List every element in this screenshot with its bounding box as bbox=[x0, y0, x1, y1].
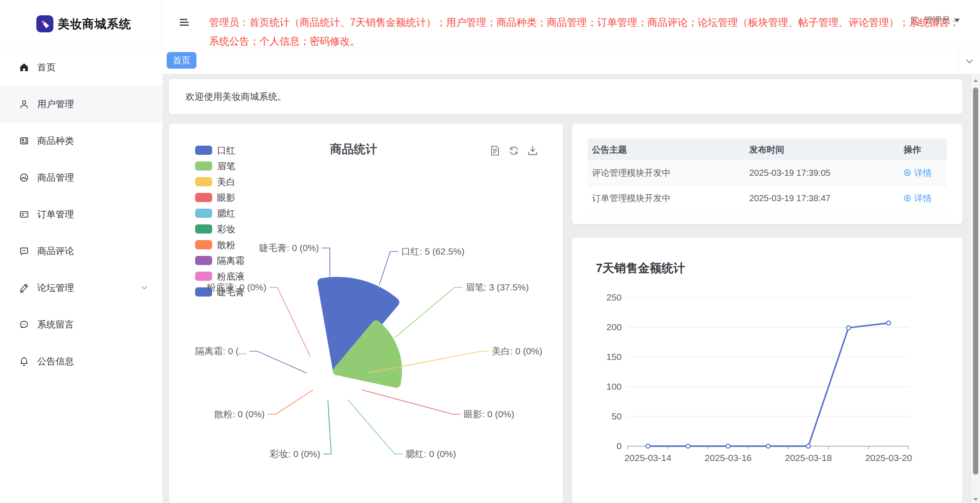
detail-link-label: 详情 bbox=[914, 192, 931, 204]
role-permissions-text: 管理员：首页统计（商品统计、7天销售金额统计）；用户管理；商品种类；商品管理；订… bbox=[209, 13, 968, 51]
scrollbar-down-arrow[interactable] bbox=[973, 497, 978, 502]
pie-label: 美白: 0 (0%) bbox=[492, 346, 542, 356]
pie-label: 眼影: 0 (0%) bbox=[464, 409, 514, 419]
pie-label: 散粉: 0 (0%) bbox=[214, 409, 265, 419]
y-axis-tick-label: 150 bbox=[606, 352, 622, 362]
pie-label: 彩妆: 0 (0%) bbox=[270, 449, 320, 459]
product-stats-card: 商品统计 口红眉 bbox=[169, 124, 563, 503]
y-axis-tick-label: 50 bbox=[612, 411, 622, 421]
data-point bbox=[726, 444, 730, 448]
data-point bbox=[887, 321, 891, 325]
x-axis-tick-label: 2025-03-18 bbox=[785, 453, 832, 463]
pie-label-line bbox=[323, 400, 331, 454]
top-header: 管理员：首页统计（商品统计、7天销售金额统计）；用户管理；商品种类；商品管理；订… bbox=[162, 0, 980, 48]
sidebar-item-4[interactable]: 订单管理 bbox=[0, 196, 162, 233]
pie-label: 隔离霜: 0 (... bbox=[195, 346, 246, 356]
sidebar-item-8[interactable]: 公告信息 bbox=[0, 343, 162, 380]
pie-label-line bbox=[395, 287, 462, 338]
announcement-title: 评论管理模块开发中 bbox=[588, 167, 749, 179]
picture-icon bbox=[19, 172, 29, 183]
scrollbar-up-arrow[interactable] bbox=[973, 78, 978, 83]
x-axis-tick-label: 2025-03-16 bbox=[705, 453, 752, 463]
chevron-down-icon bbox=[140, 284, 148, 292]
pie-label: 粉底液: 0 (0%) bbox=[206, 282, 266, 292]
sidebar-item-label: 商品评论 bbox=[37, 245, 74, 257]
sidebar-item-label: 论坛管理 bbox=[37, 282, 74, 294]
pie-label-line bbox=[379, 252, 398, 285]
logo-area: 美妆商城系统 bbox=[0, 0, 162, 48]
user-icon bbox=[19, 99, 29, 109]
y-axis-tick-label: 0 bbox=[616, 441, 622, 451]
view-eye-icon bbox=[903, 194, 911, 202]
chat-square-icon bbox=[19, 246, 29, 256]
sidebar-item-label: 系统留言 bbox=[37, 318, 74, 331]
scrollbar-thumb[interactable] bbox=[973, 87, 978, 475]
view-eye-icon bbox=[903, 169, 911, 177]
pie-label-line bbox=[361, 390, 461, 414]
bell-icon bbox=[19, 356, 29, 367]
sidebar-item-label: 商品种类 bbox=[37, 135, 74, 147]
detail-link[interactable]: 详情 bbox=[903, 167, 931, 179]
col-header-time: 发布时间 bbox=[749, 144, 903, 156]
announcement-table: 公告主题 发布时间 操作 评论管理模块开发中2025-03-19 17:39:0… bbox=[588, 139, 947, 211]
sidebar-item-6[interactable]: 论坛管理 bbox=[0, 269, 162, 306]
announcement-row-0: 评论管理模块开发中2025-03-19 17:39:05详情 bbox=[588, 161, 947, 186]
chat-round-icon bbox=[19, 319, 29, 330]
data-point bbox=[646, 444, 650, 448]
pie-label: 口红: 5 (62.5%) bbox=[401, 246, 465, 256]
sidebar-item-0[interactable]: 首页 bbox=[0, 49, 162, 86]
welcome-text: 欢迎使用美妆商城系统。 bbox=[186, 91, 287, 103]
detail-link[interactable]: 详情 bbox=[903, 192, 931, 204]
pie-label: 腮红: 0 (0%) bbox=[406, 449, 456, 459]
x-axis-tick-label: 2025-03-14 bbox=[624, 453, 672, 463]
rose-pie-chart[interactable]: 口红: 5 (62.5%)眉笔: 3 (37.5%)美白: 0 (0%)眼影: … bbox=[169, 124, 563, 503]
main-content: 欢迎使用美妆商城系统。 商品统计 bbox=[162, 74, 980, 503]
tab-overflow-button[interactable] bbox=[958, 48, 980, 74]
vertical-scrollbar[interactable] bbox=[971, 74, 980, 503]
tab-bar: 首页 bbox=[162, 48, 980, 74]
announcement-time: 2025-03-19 17:38:47 bbox=[749, 193, 903, 203]
pie-label: 睫毛膏: 0 (0%) bbox=[259, 243, 319, 253]
pie-label-line bbox=[268, 390, 313, 414]
pie-label-line bbox=[348, 400, 402, 454]
data-point bbox=[847, 326, 850, 330]
tab-home[interactable]: 首页 bbox=[167, 52, 196, 69]
col-header-subject: 公告主题 bbox=[588, 144, 749, 156]
sidebar-item-label: 公告信息 bbox=[37, 355, 74, 367]
sidebar-item-2[interactable]: 商品种类 bbox=[0, 122, 162, 159]
category-icon bbox=[19, 136, 29, 146]
announcement-row-1: 订单管理模块开发中2025-03-19 17:38:47详情 bbox=[588, 186, 947, 211]
menu-fold-icon[interactable] bbox=[178, 17, 190, 28]
sidebar-item-label: 首页 bbox=[37, 61, 56, 73]
sales-line-chart: 0501001502002502025-03-142025-03-162025-… bbox=[572, 238, 962, 503]
pie-label-line bbox=[270, 287, 310, 356]
app-title: 美妆商城系统 bbox=[58, 16, 131, 32]
sidebar-item-label: 订单管理 bbox=[37, 208, 74, 220]
sidebar-item-3[interactable]: 商品管理 bbox=[0, 159, 162, 196]
welcome-card: 欢迎使用美妆商城系统。 bbox=[169, 79, 962, 114]
detail-link-label: 详情 bbox=[914, 167, 931, 179]
announcement-title: 订单管理模块开发中 bbox=[588, 192, 749, 204]
announcement-time: 2025-03-19 17:39:05 bbox=[749, 168, 903, 178]
x-axis-tick-label: 2025-03-20 bbox=[865, 453, 912, 463]
sidebar-item-5[interactable]: 商品评论 bbox=[0, 233, 162, 269]
pie-label: 眉笔: 3 (37.5%) bbox=[466, 282, 529, 292]
lipstick-icon bbox=[36, 15, 53, 32]
chevron-down-icon bbox=[965, 56, 974, 66]
pie-label-line bbox=[249, 351, 307, 373]
data-point bbox=[806, 444, 810, 448]
order-card-icon bbox=[19, 209, 29, 220]
announcement-table-header: 公告主题 发布时间 操作 bbox=[588, 139, 947, 161]
y-axis-tick-label: 200 bbox=[606, 322, 622, 332]
y-axis-tick-label: 100 bbox=[606, 381, 622, 391]
edit-pen-icon bbox=[19, 283, 29, 293]
sidebar-item-7[interactable]: 系统留言 bbox=[0, 306, 162, 343]
app-window: 美妆商城系统 管理员：首页统计（商品统计、7天销售金额统计）；用户管理；商品种类… bbox=[0, 0, 980, 503]
data-point bbox=[766, 444, 770, 448]
announcement-card: 公告主题 发布时间 操作 评论管理模块开发中2025-03-19 17:39:0… bbox=[572, 124, 962, 224]
sidebar-item-1[interactable]: 用户管理 bbox=[0, 86, 162, 122]
sales-line-series bbox=[648, 323, 889, 447]
sidebar-item-label: 用户管理 bbox=[37, 98, 74, 110]
home-icon bbox=[19, 62, 29, 73]
y-axis-tick-label: 250 bbox=[606, 292, 622, 302]
